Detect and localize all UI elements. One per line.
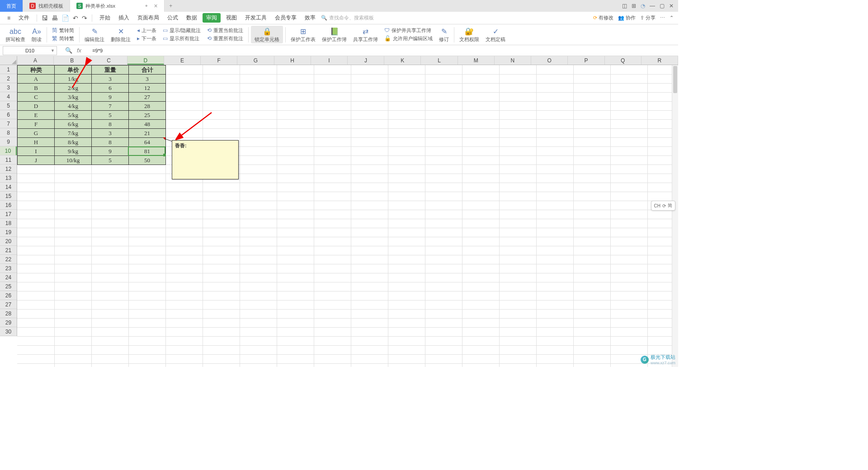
row-header[interactable]: 23: [0, 264, 17, 273]
data-cell[interactable]: C: [18, 93, 55, 102]
tab-add[interactable]: +: [165, 0, 177, 12]
formula-input[interactable]: =9*9: [90, 48, 678, 53]
row-header[interactable]: 2: [0, 74, 17, 83]
vertical-scrollbar[interactable]: [672, 65, 678, 367]
column-header[interactable]: B: [54, 56, 90, 65]
data-cell[interactable]: 8: [92, 138, 129, 147]
column-header[interactable]: H: [274, 56, 311, 65]
row-header[interactable]: 22: [0, 255, 17, 264]
menu-item[interactable]: 视图: [223, 13, 240, 23]
chevron-down-icon[interactable]: ▼: [51, 48, 55, 53]
data-cell[interactable]: 7/kg: [55, 129, 92, 138]
undo-icon[interactable]: ↶: [73, 14, 78, 22]
lock-cell-button[interactable]: 🔒锁定单元格: [251, 26, 283, 43]
menu-item[interactable]: 开始: [97, 13, 113, 23]
row-header[interactable]: 29: [0, 318, 17, 327]
data-cell[interactable]: 3: [92, 129, 129, 138]
menu-item[interactable]: 开发工具: [242, 13, 269, 23]
edit-comment-button[interactable]: ✎编辑批注: [82, 27, 107, 42]
data-cell[interactable]: 5: [92, 156, 129, 165]
reset-cur-button[interactable]: ⟲重置当前批注: [207, 27, 243, 35]
protect-sheet-button[interactable]: ⊞保护工作表: [288, 27, 318, 42]
row-header[interactable]: 25: [0, 282, 17, 291]
row-header[interactable]: 11: [0, 155, 17, 164]
data-cell[interactable]: 81: [129, 147, 166, 156]
name-box[interactable]: D10▼: [3, 46, 57, 55]
column-header[interactable]: M: [458, 56, 495, 65]
menu-item[interactable]: 插入: [116, 13, 132, 23]
column-header[interactable]: Q: [605, 56, 642, 65]
data-cell[interactable]: 10/kg: [55, 156, 92, 165]
fx-icon[interactable]: fx: [77, 47, 81, 54]
preview-icon[interactable]: 📄: [61, 14, 69, 22]
column-header[interactable]: P: [568, 56, 604, 65]
maximize-icon[interactable]: ▢: [660, 3, 665, 9]
data-cell[interactable]: 3: [129, 75, 166, 84]
data-cell[interactable]: 5: [92, 111, 129, 120]
spellcheck-button[interactable]: abc拼写检查: [3, 27, 28, 42]
data-cell[interactable]: 1/kg: [55, 75, 92, 84]
data-cell[interactable]: E: [18, 111, 55, 120]
data-cell[interactable]: 9: [92, 93, 129, 102]
menu-item[interactable]: 数据: [184, 13, 200, 23]
header-cell[interactable]: 种类: [18, 66, 55, 75]
data-cell[interactable]: 6: [92, 84, 129, 93]
menu-item[interactable]: 公式: [165, 13, 181, 23]
row-header[interactable]: 30: [0, 327, 17, 336]
column-header[interactable]: R: [642, 56, 678, 65]
data-cell[interactable]: 12: [129, 84, 166, 93]
column-header[interactable]: F: [201, 56, 237, 65]
data-cell[interactable]: J: [18, 156, 55, 165]
row-header[interactable]: 1: [0, 65, 17, 74]
show-all-button[interactable]: ▭显示所有批注: [163, 35, 199, 43]
tab-file[interactable]: S 种类单价.xlsx • ×: [70, 0, 165, 12]
menu-item-active[interactable]: 审阅: [203, 13, 221, 23]
data-cell[interactable]: B: [18, 84, 55, 93]
column-header[interactable]: G: [237, 56, 274, 65]
row-header[interactable]: 18: [0, 219, 17, 228]
menu-file[interactable]: 文件: [16, 13, 32, 23]
tab-home[interactable]: 首页: [0, 0, 23, 12]
row-header[interactable]: 8: [0, 128, 17, 137]
data-cell[interactable]: 21: [129, 129, 166, 138]
minimize-icon[interactable]: —: [650, 3, 655, 9]
row-header[interactable]: 17: [0, 210, 17, 219]
column-header[interactable]: D: [127, 56, 164, 65]
row-header[interactable]: 16: [0, 201, 17, 210]
search-box[interactable]: 🔍 查找命令、搜索模板: [321, 14, 374, 21]
row-header[interactable]: 3: [0, 83, 17, 92]
perm-button[interactable]: 🔐文档权限: [457, 27, 482, 42]
share-book-button[interactable]: ⇄共享工作簿: [350, 27, 381, 42]
column-header[interactable]: K: [384, 56, 421, 65]
row-header[interactable]: 21: [0, 246, 17, 255]
close-icon[interactable]: ×: [154, 2, 158, 9]
row-header[interactable]: 6: [0, 110, 17, 119]
column-header[interactable]: A: [17, 56, 54, 65]
delete-comment-button[interactable]: ✕删除批注: [108, 27, 133, 42]
expand-icon[interactable]: ⌃: [670, 15, 674, 21]
scroll-thumb[interactable]: [673, 66, 677, 93]
next-button[interactable]: ▸下一条: [137, 35, 156, 43]
column-header[interactable]: E: [164, 56, 201, 65]
data-cell[interactable]: 25: [129, 111, 166, 120]
row-header[interactable]: 4: [0, 92, 17, 101]
close-window-icon[interactable]: ✕: [669, 3, 674, 9]
data-cell[interactable]: F: [18, 120, 55, 129]
data-cell[interactable]: 48: [129, 120, 166, 129]
redo-icon[interactable]: ↷: [82, 14, 87, 22]
more-icon[interactable]: ⋯: [660, 15, 665, 21]
row-header[interactable]: 14: [0, 183, 17, 192]
data-cell[interactable]: 4/kg: [55, 102, 92, 111]
column-header[interactable]: L: [421, 56, 458, 65]
menu-hamburger[interactable]: ≡: [5, 14, 13, 23]
data-cell[interactable]: 64: [129, 138, 166, 147]
skin-icon[interactable]: ◔: [641, 3, 645, 9]
row-header[interactable]: 15: [0, 192, 17, 201]
allow-edit-button[interactable]: 🔓允许用户编辑区域: [384, 35, 433, 43]
grid-icon[interactable]: ⊞: [632, 3, 636, 9]
show-hide-button[interactable]: ▭显示/隐藏批注: [163, 27, 201, 35]
row-header[interactable]: 27: [0, 300, 17, 309]
data-cell[interactable]: D: [18, 102, 55, 111]
comment-box[interactable]: 香香:: [172, 140, 239, 179]
data-cell[interactable]: 8: [92, 120, 129, 129]
